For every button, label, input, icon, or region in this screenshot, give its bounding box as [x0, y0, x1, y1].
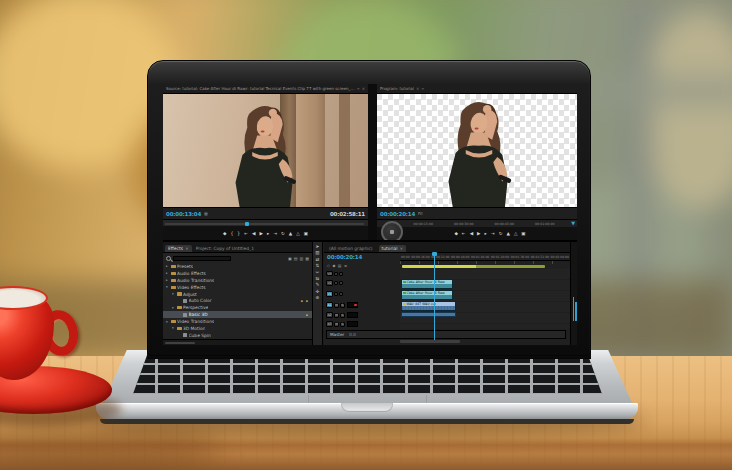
menu-icon[interactable]: ≡: [344, 263, 347, 268]
toggle-track-output-icon[interactable]: [334, 272, 338, 276]
fit-dropdown[interactable]: Fit: [418, 211, 423, 216]
mute-button[interactable]: M: [334, 322, 339, 327]
effects-tree-row[interactable]: ▸ Audio Transitions: [163, 277, 312, 284]
panel-menu-icon[interactable]: ≡: [357, 87, 360, 91]
track-target-box[interactable]: A1: [326, 302, 333, 308]
panel-tab[interactable]: Effects×: [165, 245, 192, 252]
track-target-box[interactable]: A3: [326, 321, 333, 327]
close-icon[interactable]: ×: [416, 86, 419, 91]
effects-tree-row[interactable]: ▾ Video Effects: [163, 284, 312, 291]
mark-out-icon[interactable]: }: [237, 231, 240, 236]
audio-meter[interactable]: [347, 312, 358, 318]
tab-close-icon[interactable]: ×: [185, 246, 189, 251]
audio-meter[interactable]: [347, 321, 358, 327]
track-target-box[interactable]: A2: [326, 312, 333, 318]
panel-tab[interactable]: Project: Copy of Untitled_1: [193, 245, 259, 252]
step-forward-icon[interactable]: ▸: [485, 231, 487, 236]
step-forward-icon[interactable]: ▸: [267, 231, 269, 236]
solo-button[interactable]: S: [340, 303, 345, 308]
settings-icon[interactable]: ▤: [338, 263, 342, 268]
bit-depth-icon[interactable]: ▤: [294, 256, 298, 261]
play-icon[interactable]: ▶: [477, 231, 480, 236]
export-frame-icon[interactable]: ▣: [304, 231, 308, 236]
scrubber-playhead[interactable]: [245, 222, 249, 226]
effects-tree-row[interactable]: ▸ Presets: [163, 263, 312, 270]
rolling-edit-tool-icon[interactable]: ⇅: [316, 263, 320, 268]
solo-button[interactable]: S: [340, 322, 345, 327]
close-icon[interactable]: ×: [362, 86, 365, 91]
go-to-out-icon[interactable]: ⇥: [491, 231, 495, 236]
track-header-a3[interactable]: A3 M S: [326, 320, 398, 328]
master-track-row[interactable]: Master 0.0: [326, 330, 566, 339]
accelerated-effects-icon[interactable]: ▣: [288, 256, 292, 261]
track-target-box[interactable]: V2: [326, 280, 333, 286]
tree-twirl-icon[interactable]: ▾: [166, 320, 170, 324]
timeline-ruler[interactable]: 00:0000:00:16:0000:00:32:0000:00:48:0000…: [400, 253, 570, 261]
loop-icon[interactable]: ↻: [281, 231, 285, 236]
tree-twirl-icon[interactable]: ▸: [166, 278, 170, 282]
audio-meter-armed[interactable]: [347, 302, 358, 308]
track-select-tool-icon[interactable]: ▥: [315, 250, 319, 255]
lock-track-icon[interactable]: [339, 281, 343, 285]
selection-tool-icon[interactable]: ➤: [316, 244, 320, 249]
play-icon[interactable]: ▶: [259, 231, 262, 236]
effects-tree-row[interactable]: Basic 3D ▪: [163, 311, 312, 318]
razor-tool-icon[interactable]: ✂: [316, 270, 320, 275]
effects-scrollbar[interactable]: [163, 339, 312, 345]
tree-twirl-icon[interactable]: ▾: [172, 306, 176, 310]
scrollbar-thumb[interactable]: [165, 342, 195, 345]
sequence-tab[interactable]: (All motion graphic): [326, 245, 378, 252]
delete-icon[interactable]: ▦: [305, 256, 309, 261]
track-header-v1[interactable]: V1: [326, 289, 398, 299]
source-scrubber[interactable]: [163, 219, 368, 226]
effects-tree-row[interactable]: Auto Color ▪ ▪: [163, 297, 312, 304]
mark-in-icon[interactable]: {: [230, 231, 233, 236]
snap-icon[interactable]: ◇: [327, 263, 330, 268]
track-header-v2[interactable]: V2: [326, 278, 398, 288]
lock-track-icon[interactable]: [339, 272, 343, 276]
work-area-bar[interactable]: [402, 265, 545, 268]
zoom-tool-icon[interactable]: ⊕: [316, 295, 320, 300]
audio-clip-a1[interactable]: WAV 447 WAV cut: [401, 301, 456, 311]
track-header-a1[interactable]: A1 M S: [326, 300, 398, 310]
effects-tree-row[interactable]: ▾ Video Transitions: [163, 318, 312, 325]
step-back-icon[interactable]: ◀: [252, 231, 255, 236]
tree-twirl-icon[interactable]: ▾: [172, 292, 176, 296]
hand-tool-icon[interactable]: ✣: [316, 289, 320, 294]
add-marker-icon[interactable]: ◆: [454, 231, 457, 236]
track-target-box[interactable]: V1: [326, 291, 333, 297]
sequence-marker-icon[interactable]: ◆: [332, 263, 335, 268]
tree-twirl-icon[interactable]: ▾: [166, 285, 170, 289]
timeline-timecode[interactable]: 00:00:20:14: [327, 254, 362, 260]
track-header-v3[interactable]: V3: [326, 270, 398, 277]
lock-track-icon[interactable]: [339, 292, 343, 296]
output-settings-icon[interactable]: ▦: [204, 211, 208, 216]
add-marker-icon[interactable]: ◆: [223, 231, 226, 236]
panel-menu-icon[interactable]: ≡: [421, 87, 424, 91]
timeline-scrollbar[interactable]: [400, 340, 460, 343]
effects-search-input[interactable]: [173, 256, 231, 261]
loop-icon[interactable]: ↻: [499, 231, 503, 236]
source-video-preview[interactable]: [163, 94, 368, 207]
tree-twirl-icon[interactable]: ▾: [172, 326, 176, 330]
effects-tree-row[interactable]: ▸ Audio Effects: [163, 270, 312, 277]
solo-button[interactable]: S: [340, 313, 345, 318]
mute-button[interactable]: M: [334, 303, 339, 308]
toggle-track-output-icon[interactable]: [334, 281, 338, 285]
effects-tree-row[interactable]: ▾ 3D Motion: [163, 325, 312, 332]
tree-twirl-icon[interactable]: ▸: [166, 271, 170, 275]
video-clip-v2[interactable]: Cake After Hour di Raw: [401, 279, 453, 289]
go-to-in-icon[interactable]: ⇤: [244, 231, 248, 236]
track-target-box[interactable]: V3: [326, 271, 333, 277]
export-frame-icon[interactable]: ▣: [521, 231, 525, 236]
pen-tool-icon[interactable]: ✎: [316, 282, 320, 287]
toggle-track-output-icon[interactable]: [334, 292, 338, 296]
program-video-preview[interactable]: [377, 94, 577, 207]
effects-tree-row[interactable]: ▾ Perspective: [163, 304, 312, 311]
mute-button[interactable]: M: [334, 313, 339, 318]
sequence-tab[interactable]: tutorial×: [379, 245, 407, 252]
ripple-edit-tool-icon[interactable]: ⇄: [316, 257, 320, 262]
tab-close-icon[interactable]: ×: [399, 246, 403, 251]
tree-twirl-icon[interactable]: ▸: [166, 264, 170, 268]
step-back-icon[interactable]: ◀: [470, 231, 473, 236]
